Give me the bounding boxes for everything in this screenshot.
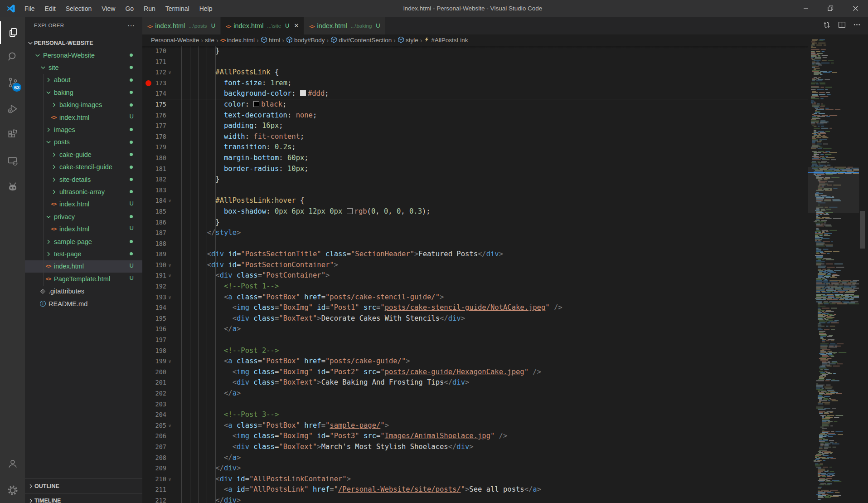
code-line-210[interactable]: 210∨<div id="AllPostsLinkContainer"> [142, 474, 808, 485]
scrollbar-slider[interactable] [860, 211, 865, 249]
tree-item-site-details[interactable]: site-details [25, 173, 142, 186]
tree-item-index-html[interactable]: <>index.htmlU [25, 223, 142, 235]
open-changes-button[interactable] [823, 21, 831, 31]
code-line-200[interactable]: 200<img class="BoxImg" id="Post2" src="p… [142, 367, 808, 378]
glyph-margin[interactable] [142, 442, 155, 453]
tree-item--gitattributes[interactable]: .gitattributes [25, 285, 142, 297]
close-tab-icon[interactable]: ✕ [294, 22, 299, 29]
glyph-margin[interactable] [142, 270, 155, 281]
glyph-margin[interactable] [142, 217, 155, 228]
tree-item-sample-page[interactable]: sample-page [25, 235, 142, 248]
activity-search[interactable] [0, 45, 25, 68]
fold-icon[interactable]: ∨ [166, 67, 173, 78]
glyph-margin[interactable] [142, 57, 155, 68]
tree-item-pagetemplate-html[interactable]: <>PageTemplate.htmlU [25, 273, 142, 285]
fold-icon[interactable]: ∨ [166, 420, 173, 431]
explorer-section-header[interactable]: PERSONAL-WEBSITE [25, 37, 142, 49]
tab-site[interactable]: <>index.html...\siteU✕ [221, 17, 304, 34]
fold-icon[interactable]: ∨ [166, 474, 173, 485]
code-line-211[interactable]: 211<a id="AllPostsLink" href="/Personal-… [142, 484, 808, 495]
code-line-173[interactable]: 173font-size: 1rem; [142, 78, 808, 89]
fold-icon[interactable]: ∨ [166, 195, 173, 206]
glyph-margin[interactable] [142, 463, 155, 474]
split-editor-button[interactable] [838, 21, 846, 30]
menu-view[interactable]: View [97, 0, 120, 17]
glyph-margin[interactable] [142, 142, 155, 153]
glyph-margin[interactable] [142, 431, 155, 442]
fold-icon[interactable]: ∨ [166, 260, 173, 271]
activity-settings[interactable] [0, 479, 25, 502]
minimap[interactable] [808, 39, 859, 503]
code-line-212[interactable]: 212</div> [142, 495, 808, 503]
panel-outline[interactable]: OUTLINE [25, 479, 142, 493]
tree-item-index-html[interactable]: <>index.htmlU [25, 111, 142, 123]
close-button[interactable] [843, 0, 868, 17]
editor-scrollbar[interactable] [859, 17, 866, 503]
breadcrumb-item[interactable]: site [205, 37, 214, 44]
code-line-180[interactable]: 180margin-bottom: 60px; [142, 153, 808, 164]
code-line-170[interactable]: 170} [142, 46, 808, 57]
menu-go[interactable]: Go [120, 0, 139, 17]
fold-icon[interactable]: ∨ [166, 356, 173, 367]
code-line-192[interactable]: 192<!--Post 1--> [142, 281, 808, 292]
tree-item-cake-stencil-guide[interactable]: cake-stencil-guide [25, 161, 142, 173]
activity-remote-explorer[interactable] [0, 150, 25, 172]
code-line-186[interactable]: 186} [142, 217, 808, 228]
glyph-margin[interactable] [142, 164, 155, 175]
code-line-195[interactable]: 195<div class="BoxText">Decorate Cakes W… [142, 313, 808, 324]
code-line-196[interactable]: 196</a> [142, 324, 808, 335]
code-line-191[interactable]: 191∨<div class="PostContainer"> [142, 270, 808, 281]
code-line-171[interactable]: 171 [142, 57, 808, 68]
menu-run[interactable]: Run [139, 0, 160, 17]
glyph-margin[interactable] [142, 132, 155, 142]
code-line-202[interactable]: 202</a> [142, 388, 808, 399]
code-line-174[interactable]: 174background-color: #ddd; [142, 88, 808, 99]
glyph-margin[interactable] [142, 313, 155, 324]
menu-terminal[interactable]: Terminal [160, 0, 194, 17]
code-editor[interactable]: 170}171172∨#AllPostsLink {173font-size: … [142, 46, 808, 503]
menu-file[interactable]: File [19, 0, 40, 17]
glyph-margin[interactable] [142, 260, 155, 271]
tree-item-about[interactable]: about [25, 74, 142, 86]
code-line-175[interactable]: 175color: black; [142, 99, 808, 110]
code-line-199[interactable]: 199∨<a class="PostBox" href="posts/cake-… [142, 356, 808, 367]
glyph-margin[interactable] [142, 453, 155, 464]
activity-source-control[interactable]: 63 [0, 71, 25, 94]
glyph-margin[interactable] [142, 324, 155, 335]
glyph-margin[interactable] [142, 420, 155, 431]
code-line-206[interactable]: 206<img class="BoxImg" id="Post3" src="I… [142, 431, 808, 442]
code-line-177[interactable]: 177padding: 16px; [142, 121, 808, 132]
code-line-183[interactable]: 183 [142, 185, 808, 196]
breadcrumb-item[interactable]: div#ContentSection [330, 36, 392, 44]
code-line-182[interactable]: 182} [142, 174, 808, 185]
menu-help[interactable]: Help [194, 0, 218, 17]
fold-icon[interactable]: ∨ [166, 292, 173, 303]
glyph-margin[interactable] [142, 281, 155, 292]
tab-baking[interactable]: <>index.html...\bakingU [304, 17, 385, 34]
panel-timeline[interactable]: TIMELINE [25, 493, 142, 503]
code-line-179[interactable]: 179transition: 0.2s; [142, 142, 808, 153]
glyph-margin[interactable] [142, 346, 155, 356]
code-line-172[interactable]: 172∨#AllPostsLink { [142, 67, 808, 78]
minimize-button[interactable] [793, 0, 818, 17]
tree-item-privacy[interactable]: privacy [25, 210, 142, 223]
glyph-margin[interactable] [142, 410, 155, 420]
activity-run-and-debug[interactable] [0, 98, 25, 120]
breadcrumb-item[interactable]: style [398, 36, 418, 44]
tree-item-site[interactable]: site [25, 61, 142, 73]
tree-item-readme-md[interactable]: README.md [25, 298, 142, 310]
tree-item-index-html[interactable]: <>index.htmlU [25, 198, 142, 210]
code-line-185[interactable]: 185box-shadow: 0px 6px 12px 0px rgb(0, 0… [142, 206, 808, 217]
code-line-181[interactable]: 181border-radius: 10px; [142, 164, 808, 175]
glyph-margin[interactable] [142, 185, 155, 196]
glyph-margin[interactable] [142, 495, 155, 503]
glyph-margin[interactable] [142, 121, 155, 132]
tree-item-index-html[interactable]: <>index.htmlU [25, 260, 142, 273]
glyph-margin[interactable] [142, 303, 155, 313]
fold-icon[interactable]: ∨ [166, 270, 173, 281]
activity-explorer[interactable] [0, 21, 25, 44]
code-line-207[interactable]: 207<div class="BoxText">March's Most Sty… [142, 442, 808, 453]
color-swatch[interactable] [300, 90, 306, 96]
glyph-margin[interactable] [142, 46, 155, 57]
glyph-margin[interactable] [142, 399, 155, 410]
